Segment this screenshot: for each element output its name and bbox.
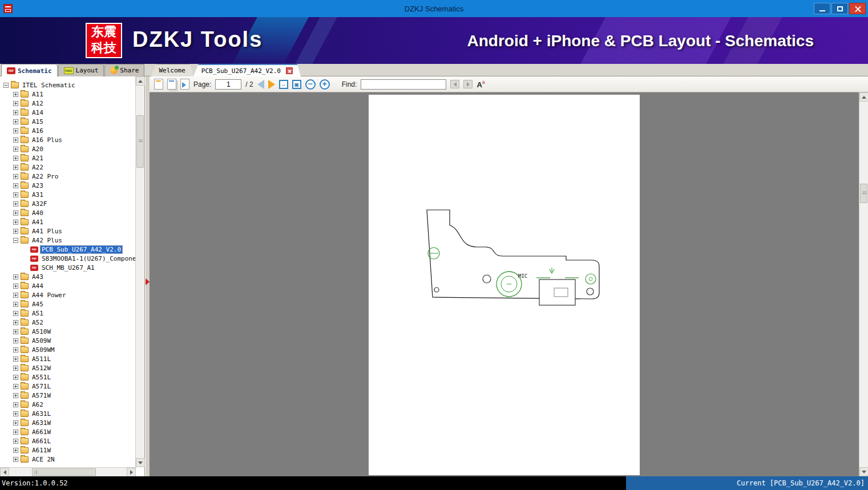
scroll-down-button[interactable] (136, 458, 145, 467)
tree-horizontal-scrollbar[interactable] (0, 467, 136, 476)
tree-item[interactable]: A22 Pro (0, 172, 136, 181)
tree-item[interactable]: ACE 2N (0, 455, 136, 464)
tree-item[interactable]: A20 (0, 144, 136, 153)
expand-icon[interactable] (13, 220, 18, 225)
tree-item[interactable]: A42 Plus (0, 236, 136, 245)
expand-icon[interactable] (13, 156, 18, 161)
tree-item[interactable]: A16 (0, 126, 136, 135)
fit-page-icon[interactable] (292, 80, 301, 89)
expand-icon[interactable] (13, 311, 18, 316)
expand-icon[interactable] (13, 293, 18, 298)
fit-width-icon[interactable] (279, 80, 288, 89)
expand-icon[interactable] (13, 439, 18, 444)
document-area[interactable]: MIC (150, 92, 868, 476)
continuous-view-icon[interactable] (180, 79, 189, 90)
tree-item[interactable]: A40 (0, 208, 136, 217)
expand-icon[interactable] (13, 174, 18, 179)
panel-splitter[interactable] (146, 76, 150, 476)
expand-icon[interactable] (13, 210, 18, 216)
expand-icon[interactable] (13, 192, 18, 197)
expand-icon[interactable] (13, 430, 18, 435)
tree-item[interactable]: A571W (0, 391, 136, 400)
tree-item[interactable]: A661L (0, 436, 136, 446)
tree-vertical-scrollbar[interactable] (135, 76, 144, 467)
scroll-down-button[interactable] (859, 467, 868, 476)
tree-item[interactable]: A31 (0, 190, 136, 199)
tree-item[interactable]: A15 (0, 117, 136, 126)
scrollbar-thumb[interactable] (136, 115, 144, 168)
close-button[interactable] (849, 3, 866, 14)
expand-icon[interactable] (13, 347, 18, 353)
maximize-button[interactable] (831, 3, 848, 14)
pdf-page[interactable]: MIC (369, 95, 640, 475)
font-size-icon[interactable] (477, 79, 485, 89)
expand-icon[interactable] (13, 201, 18, 206)
expand-icon[interactable] (13, 183, 18, 188)
expand-icon[interactable] (13, 366, 18, 371)
tree-item[interactable]: A52 (0, 318, 136, 327)
expand-icon[interactable] (13, 420, 18, 426)
tree-item[interactable]: ITEL Schematic (0, 80, 136, 90)
tree-item[interactable]: A41 Plus (0, 226, 136, 236)
scrollbar-thumb[interactable] (860, 184, 867, 203)
expand-icon[interactable] (13, 147, 18, 152)
doc-tab-pcb[interactable]: PCB_Sub_U267_A42_V2.0 (193, 64, 301, 76)
minimize-button[interactable] (814, 3, 830, 14)
document-vertical-scrollbar[interactable] (859, 92, 868, 476)
tree-item[interactable]: A611W (0, 446, 136, 455)
tab-close-icon[interactable] (286, 67, 293, 74)
tree-item[interactable]: A551L (0, 372, 136, 382)
expand-icon[interactable] (13, 101, 18, 106)
tree-item[interactable]: A22 (0, 163, 136, 172)
expand-icon[interactable] (13, 302, 18, 307)
page-number-input[interactable] (215, 79, 241, 90)
tab-schematic[interactable]: Schematic (1, 64, 58, 77)
expand-icon[interactable] (13, 137, 18, 143)
expand-icon[interactable] (13, 393, 18, 398)
expand-icon[interactable] (13, 411, 18, 416)
tree-item[interactable]: A44 Power (0, 290, 136, 299)
tree-item[interactable]: A12 (0, 99, 136, 108)
tree-item[interactable]: A661W (0, 427, 136, 436)
tree-item[interactable]: SCH_MB_U267_A1 (0, 263, 136, 272)
find-prev-icon[interactable] (450, 80, 459, 88)
tree-item[interactable]: S83MOOBA1-1(U267)_Compone (0, 254, 136, 263)
doc-tab-welcome[interactable]: Welcome (151, 64, 193, 76)
expand-icon[interactable] (13, 338, 18, 343)
tree-item[interactable]: A21 (0, 153, 136, 163)
splitter-collapse-arrow[interactable] (146, 278, 150, 285)
tree-item[interactable]: A631L (0, 409, 136, 418)
expand-icon[interactable] (13, 284, 18, 289)
expand-icon[interactable] (13, 92, 18, 97)
tree-item[interactable]: A43 (0, 272, 136, 281)
expand-icon[interactable] (13, 320, 18, 325)
tab-layout[interactable]: Layout (58, 64, 104, 76)
expand-icon[interactable] (13, 128, 18, 133)
zoom-in-icon[interactable] (320, 79, 330, 90)
expand-icon[interactable] (13, 357, 18, 362)
tree-item[interactable]: A512W (0, 363, 136, 372)
facing-pages-view-icon[interactable] (167, 79, 176, 90)
scroll-up-button[interactable] (136, 76, 145, 86)
tree-item[interactable]: A16 Plus (0, 135, 136, 144)
tree-item[interactable]: A51 (0, 309, 136, 318)
tree-item[interactable]: A32F (0, 199, 136, 208)
tree-item[interactable]: A571L (0, 382, 136, 391)
single-page-view-icon[interactable] (154, 79, 163, 90)
expand-icon[interactable] (13, 165, 18, 170)
tree-item[interactable]: A62 (0, 400, 136, 409)
scrollbar-thumb[interactable] (32, 468, 96, 476)
tree-item[interactable]: A509WM (0, 345, 136, 354)
tab-share[interactable]: Share (104, 64, 144, 76)
expand-icon[interactable] (13, 229, 18, 234)
expand-icon[interactable] (13, 457, 18, 462)
zoom-out-icon[interactable] (305, 79, 316, 90)
expand-icon[interactable] (13, 384, 18, 389)
scroll-right-button[interactable] (127, 468, 136, 477)
expand-icon[interactable] (13, 110, 18, 115)
tree-item[interactable]: A41 (0, 217, 136, 226)
find-next-icon[interactable] (463, 80, 473, 88)
tree-item[interactable]: PCB_Sub_U267_A42_V2.0 (0, 245, 136, 254)
collapse-icon[interactable] (3, 83, 9, 88)
scroll-up-button[interactable] (859, 92, 868, 102)
